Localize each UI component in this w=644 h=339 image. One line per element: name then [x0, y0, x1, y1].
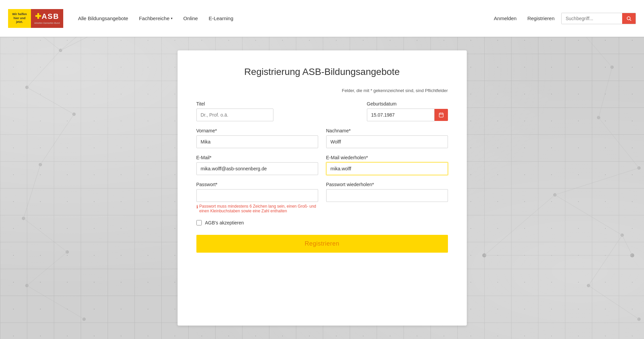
input-email[interactable]: [196, 162, 318, 175]
input-nachname[interactable]: [326, 135, 448, 148]
group-titel: Titel: [196, 101, 274, 121]
input-vorname[interactable]: [196, 135, 318, 148]
agb-checkbox[interactable]: [196, 220, 202, 225]
group-passwort-repeat: Passwort wiederholen*: [326, 182, 448, 213]
logo[interactable]: Wir helfen hier und jetzt. ✚ ASB Arbeite…: [8, 9, 63, 28]
input-passwort-repeat[interactable]: [326, 189, 448, 202]
row-titel-geburtsdatum: Titel Geburtsdatum: [196, 101, 448, 121]
search-wrapper: [561, 13, 636, 24]
logo-tagline: Wir helfen hier und jetzt.: [11, 12, 28, 24]
group-geburtsdatum: Geburtsdatum: [367, 101, 448, 121]
nav-alle-bildungsangebote[interactable]: Alle Bildungsangebote: [74, 13, 132, 24]
label-geburtsdatum: Geburtsdatum: [367, 101, 448, 107]
logo-yellow-box: Wir helfen hier und jetzt.: [8, 9, 31, 28]
nav-fachbereiche[interactable]: Fachbereiche ▾: [135, 13, 177, 24]
group-vorname: Vorname*: [196, 128, 318, 148]
nav-anmelden[interactable]: Anmelden: [490, 13, 521, 24]
group-nachname: Nachname*: [326, 128, 448, 148]
date-wrapper: [367, 109, 448, 121]
cross-icon: ✚: [35, 12, 41, 21]
label-vorname: Vorname*: [196, 128, 318, 133]
label-passwort-repeat: Passwort wiederholen*: [326, 182, 448, 187]
svg-point-44: [627, 16, 630, 19]
input-geburtsdatum[interactable]: [367, 109, 434, 121]
logo-subtitle: Arbeiter-Samariter-Bund: [34, 22, 60, 25]
agb-row: AGB's akzeptieren: [196, 220, 448, 225]
chevron-down-icon: ▾: [171, 16, 173, 20]
input-passwort[interactable]: [196, 189, 318, 202]
input-titel[interactable]: [196, 109, 274, 121]
calendar-button[interactable]: [434, 109, 448, 121]
navbar-nav: Alle Bildungsangebote Fachbereiche ▾ Onl…: [74, 13, 490, 24]
search-button[interactable]: [622, 13, 636, 24]
row-passwort: Passwort* ℹ Passwort muss mindestens 6 Z…: [196, 182, 448, 213]
navbar: Wir helfen hier und jetzt. ✚ ASB Arbeite…: [0, 0, 644, 37]
label-passwort: Passwort*: [196, 182, 318, 187]
input-email-repeat[interactable]: [326, 162, 448, 175]
form-title: Registrierung ASB-Bildungsangebote: [196, 67, 448, 77]
search-input[interactable]: [562, 13, 622, 24]
nav-registrieren[interactable]: Registrieren: [523, 13, 559, 24]
svg-line-45: [630, 19, 631, 21]
info-icon: ℹ: [196, 204, 198, 209]
logo-asb-letters: ASB: [42, 12, 59, 21]
svg-rect-46: [439, 113, 443, 117]
main-content: Registrierung ASB-Bildungsangebote Felde…: [0, 37, 644, 339]
label-nachname: Nachname*: [326, 128, 448, 133]
nav-online[interactable]: Online: [179, 13, 202, 24]
required-note: Felder, die mit * gekennzeichnet sind, s…: [196, 88, 448, 93]
group-passwort: Passwort* ℹ Passwort muss mindestens 6 Z…: [196, 182, 318, 213]
label-email-repeat: E-Mail wiederholen*: [326, 155, 448, 160]
label-titel: Titel: [196, 101, 274, 107]
group-email: E-Mail*: [196, 155, 318, 175]
search-icon: [626, 16, 632, 21]
registration-card: Registrierung ASB-Bildungsangebote Felde…: [178, 50, 467, 326]
calendar-icon: [439, 112, 444, 118]
label-email: E-Mail*: [196, 155, 318, 160]
row-vorname-nachname: Vorname* Nachname*: [196, 128, 448, 148]
password-hint: ℹ Passwort muss mindestens 6 Zeichen lan…: [196, 204, 318, 213]
nav-e-learning[interactable]: E-Learning: [204, 13, 237, 24]
navbar-actions: Anmelden Registrieren: [490, 13, 636, 24]
group-email-repeat: E-Mail wiederholen*: [326, 155, 448, 175]
agb-label[interactable]: AGB's akzeptieren: [205, 220, 244, 225]
row-email: E-Mail* E-Mail wiederholen*: [196, 155, 448, 175]
register-button[interactable]: Registrieren: [196, 235, 448, 253]
